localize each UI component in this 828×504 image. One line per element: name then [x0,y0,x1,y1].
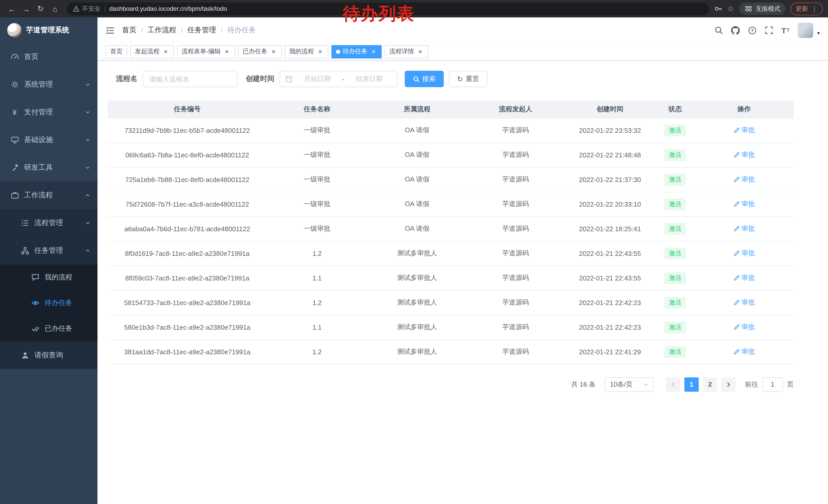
page-button-2[interactable]: 2 [703,377,717,392]
tab-done-tasks[interactable]: 已办任务 × [238,45,282,58]
approve-button[interactable]: 审批 [733,126,755,135]
incognito-label: 无痕模式 [756,4,780,13]
goto-label: 前往 [745,380,758,389]
app-logo[interactable]: 芋道管理系统 [0,17,97,43]
reload-button[interactable]: ↻ [34,2,47,15]
bookmark-star-icon[interactable]: ☆ [727,4,734,13]
cell-task-name: 一级审批 [267,167,367,192]
tab-todo-tasks[interactable]: 待办任务 × [331,45,382,58]
sidebar-collapse-icon[interactable] [106,27,114,34]
range-separator: - [342,75,344,83]
search-icon[interactable] [715,26,723,34]
status-badge: 激活 [664,247,686,259]
status-badge: 激活 [664,198,686,210]
sidebar-item-my-processes[interactable]: 我的流程 [0,265,97,290]
process-name-input[interactable] [142,71,238,87]
sidebar-item-home[interactable]: 首页 [0,43,97,71]
page-size-select[interactable]: 10条/页 [605,377,654,392]
browser-menu-icon[interactable]: ⋮ [811,5,818,12]
tab-label: 流程表单-编辑 [181,47,220,56]
caret-down-icon[interactable]: ▾ [817,30,820,36]
tab-label: 发起流程 [135,47,160,56]
browser-actions: ☆ 无痕模式 更新 ⋮ [714,2,823,15]
tab-my-processes[interactable]: 我的流程 × [285,45,328,58]
page-unit-label: 页 [787,380,794,389]
date-range-picker[interactable]: 开始日期 - 结束日期 [280,71,398,87]
incognito-icon [744,6,753,12]
cell-task-id: 069c6a63-7b8a-11ec-8ef0-acde48001122 [108,142,267,167]
sidebar-item-leave-query[interactable]: 请假查询 [0,341,97,369]
sidebar-item-task-management[interactable]: 任务管理 [0,237,97,265]
approve-button[interactable]: 审批 [733,249,755,258]
header-actions: ? TT ▾ [715,22,820,38]
approve-button[interactable]: 审批 [733,150,755,159]
search-button[interactable]: 搜索 [405,71,444,87]
page-button-1[interactable]: 1 [685,377,699,392]
tab-process-form-edit[interactable]: 流程表单-编辑 × [177,45,235,58]
avatar[interactable] [798,22,813,38]
double-check-icon [31,325,40,333]
font-size-icon[interactable]: TT [782,27,790,34]
sidebar-item-dev-tools[interactable]: 研发工具 [0,154,97,182]
main-panel: 首页 / 工作流程 / 任务管理 / 待办任务 ? TT ▾ [97,17,828,504]
sidebar-item-payment-management[interactable]: ¥ 支付管理 [0,98,97,126]
breadcrumb-home[interactable]: 首页 [122,26,136,35]
cell-process: OA 请假 [367,142,467,167]
cell-task-id: a6aba0a4-7b6d-11ec-b781-acde48001122 [108,216,267,241]
sidebar-item-workflow[interactable]: 工作流程 [0,182,97,209]
sidebar: 芋道管理系统 首页 系统管理 ¥ 支付管理 [0,17,97,504]
cell-create-time: 2022-01-21 22:42:23 [564,290,656,315]
pencil-icon [733,152,740,158]
cell-process: OA 请假 [367,118,467,142]
tab-process-detail[interactable]: 流程详情 × [385,45,428,58]
approve-button[interactable]: 审批 [733,347,755,356]
close-icon[interactable]: × [317,48,324,55]
sidebar-item-infrastructure[interactable]: 基础设施 [0,126,97,154]
close-icon[interactable]: × [417,48,424,55]
next-page-button[interactable] [721,377,736,392]
forward-button[interactable]: → [19,2,33,15]
col-starter: 流程发起人 [467,100,564,118]
approve-button[interactable]: 审批 [733,224,755,233]
security-warning[interactable]: 不安全 [73,4,100,13]
tab-home[interactable]: 首页 [106,45,127,58]
reset-button[interactable]: ↻ 重置 [449,71,487,87]
close-icon[interactable]: × [270,48,277,55]
table-header-row: 任务编号 任务名称 所属流程 流程发起人 创建时间 状态 操作 [108,100,794,118]
sidebar-item-done-tasks[interactable]: 已办任务 [0,316,97,341]
table-row: 725a1eb6-7b88-11ec-8ef0-acde48001122 一级审… [108,167,794,192]
cell-task-name: 1.1 [267,315,367,339]
sidebar-item-label: 支付管理 [24,108,53,117]
fullscreen-icon[interactable] [765,26,773,34]
help-icon[interactable]: ? [748,26,757,35]
sidebar-item-system-management[interactable]: 系统管理 [0,71,97,98]
approve-button[interactable]: 审批 [733,298,755,307]
goto-page-input[interactable] [762,377,783,392]
approve-button[interactable]: 审批 [733,273,755,282]
github-icon[interactable] [731,26,740,35]
cell-task-id: 8f059c03-7ac8-11ec-a9e2-a2380e71991a [108,266,267,290]
sidebar-item-process-management[interactable]: 流程管理 [0,209,97,237]
sidebar-item-todo-tasks[interactable]: 待办任务 [0,290,97,316]
close-icon[interactable]: × [223,48,230,55]
cell-starter: 芋道源码 [467,216,564,241]
approve-button[interactable]: 审批 [733,199,755,209]
screen: ← → ↻ ⌂ 不安全 dashboard.yudao.iocoder.cn/b… [0,0,828,504]
svg-text:?: ? [751,28,754,33]
cell-task-id: 73211d9d-7b9b-11ec-b5b7-acde48001122 [108,118,267,142]
cell-process: 测试多审批人 [367,339,467,364]
password-key-icon[interactable] [714,5,722,13]
warning-icon [73,6,80,12]
approve-button[interactable]: 审批 [733,322,755,332]
close-icon[interactable]: × [370,48,377,55]
tab-start-process[interactable]: 发起流程 × [130,45,174,58]
close-icon[interactable]: × [162,48,169,55]
update-chip[interactable]: 更新 ⋮ [791,2,823,15]
breadcrumb-workflow[interactable]: 工作流程 [148,26,176,35]
approve-button[interactable]: 审批 [733,175,755,184]
breadcrumb-task-management[interactable]: 任务管理 [188,26,216,35]
prev-page-button[interactable] [666,377,680,392]
home-button[interactable]: ⌂ [48,2,61,15]
logo-image [7,23,22,37]
back-button[interactable]: ← [5,2,18,15]
